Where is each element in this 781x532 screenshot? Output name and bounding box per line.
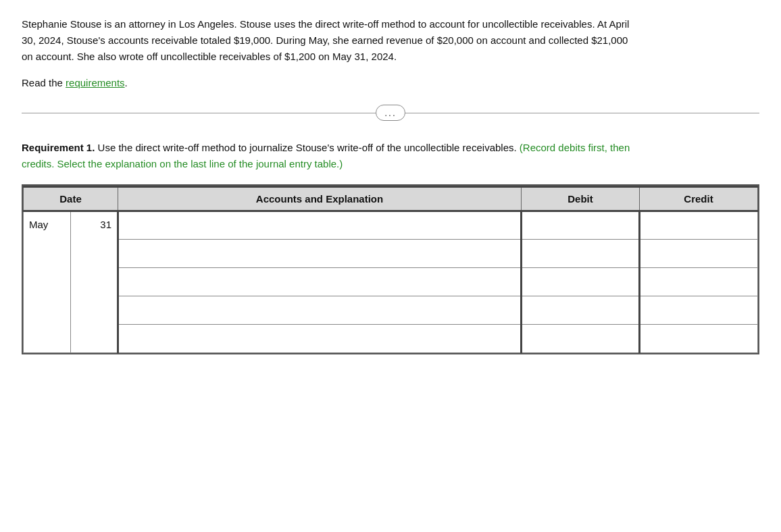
debit-input-5[interactable] [522, 325, 638, 352]
accounts-cell-3[interactable] [118, 268, 522, 296]
read-period: . [125, 77, 128, 88]
table-row [24, 325, 758, 353]
debit-input-4[interactable] [522, 296, 638, 324]
credit-cell-2[interactable] [640, 240, 758, 268]
date-month-cell-2 [24, 240, 71, 268]
ellipsis-button[interactable]: ... [376, 105, 405, 121]
header-accounts: Accounts and Explanation [118, 187, 522, 211]
debit-cell-5[interactable] [522, 325, 640, 353]
table-row [24, 296, 758, 325]
requirements-link[interactable]: requirements [66, 77, 125, 88]
accounts-input-3[interactable] [119, 268, 520, 296]
debit-cell-4[interactable] [522, 296, 640, 325]
date-month-cell-5 [24, 325, 71, 353]
debit-input-1[interactable] [522, 212, 638, 239]
date-day-cell-2 [71, 240, 118, 268]
debit-cell-1[interactable] [522, 211, 640, 240]
debit-input-2[interactable] [522, 240, 638, 267]
date-day-cell-3 [71, 268, 118, 296]
date-day-cell-5 [71, 325, 118, 353]
requirement-text: Requirement 1. Use the direct write-off … [22, 140, 663, 172]
accounts-input-1[interactable] [119, 212, 520, 239]
requirement-normal: Use the direct write-off method to journ… [95, 142, 519, 153]
credit-input-4[interactable] [640, 296, 757, 324]
header-date: Date [24, 187, 118, 211]
requirement-bold: Requirement 1. [22, 142, 95, 153]
date-month-cell-3 [24, 268, 71, 296]
journal-table-wrapper: Date Accounts and Explanation Debit Cred… [22, 184, 759, 354]
intro-paragraph: Stephanie Stouse is an attorney in Los A… [22, 16, 630, 65]
journal-table: Date Accounts and Explanation Debit Cred… [23, 186, 758, 353]
credit-input-2[interactable] [640, 240, 757, 267]
debit-input-3[interactable] [522, 268, 638, 296]
credit-cell-5[interactable] [640, 325, 758, 353]
credit-input-3[interactable] [640, 268, 757, 296]
read-label: Read the [22, 77, 66, 88]
debit-cell-3[interactable] [522, 268, 640, 296]
accounts-cell-4[interactable] [118, 296, 522, 325]
header-credit: Credit [640, 187, 758, 211]
date-day-cell: 31 [71, 211, 118, 240]
credit-input-1[interactable] [640, 212, 757, 239]
accounts-input-2[interactable] [119, 240, 520, 267]
accounts-cell-5[interactable] [118, 325, 522, 353]
accounts-cell-2[interactable] [118, 240, 522, 268]
read-requirements-line: Read the requirements. [22, 77, 759, 88]
date-day-cell-4 [71, 296, 118, 325]
accounts-input-4[interactable] [119, 296, 520, 324]
table-row [24, 268, 758, 296]
date-month-cell-4 [24, 296, 71, 325]
table-row: May 31 [24, 211, 758, 240]
credit-cell-1[interactable] [640, 211, 758, 240]
header-debit: Debit [522, 187, 640, 211]
credit-input-5[interactable] [640, 325, 757, 352]
accounts-cell-1[interactable] [118, 211, 522, 240]
debit-cell-2[interactable] [522, 240, 640, 268]
credit-cell-3[interactable] [640, 268, 758, 296]
table-header-row: Date Accounts and Explanation Debit Cred… [24, 187, 758, 211]
date-month-cell: May [24, 211, 71, 240]
section-divider: ... [22, 105, 759, 121]
requirement-section: Requirement 1. Use the direct write-off … [22, 140, 759, 172]
accounts-input-5[interactable] [119, 325, 520, 352]
table-row [24, 240, 758, 268]
credit-cell-4[interactable] [640, 296, 758, 325]
